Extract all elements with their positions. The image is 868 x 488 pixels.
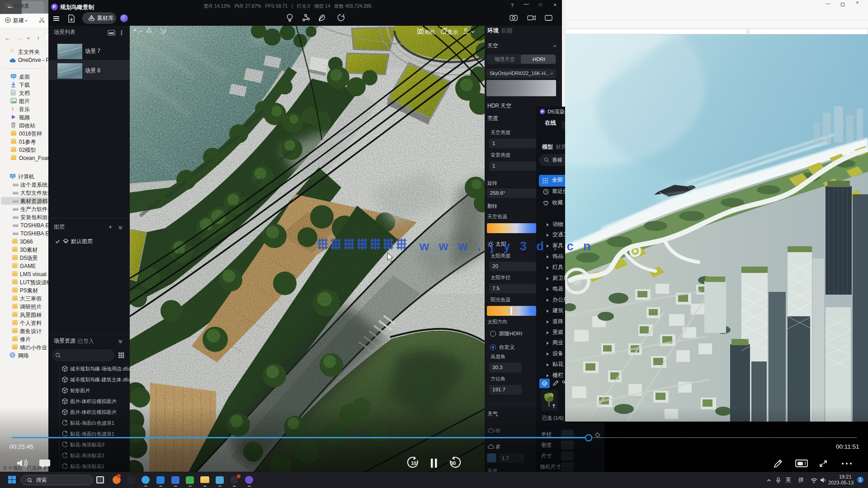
svg-text:10: 10: [411, 460, 416, 466]
svg-text:相机: 相机: [425, 29, 435, 35]
svg-text:显示: 显示: [447, 29, 458, 35]
svg-text:30: 30: [450, 460, 456, 466]
